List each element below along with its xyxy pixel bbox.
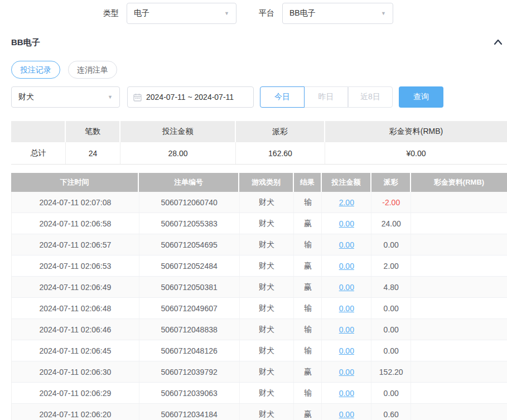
chevron-up-icon[interactable] xyxy=(493,37,503,47)
last-8-days-button[interactable]: 近8日 xyxy=(348,86,393,108)
bet-amount-link[interactable]: 0.00 xyxy=(339,219,354,228)
cell-bet-amount: 0.00 xyxy=(322,361,371,382)
cell-bet-time: 2024-07-11 02:06:46 xyxy=(12,319,139,340)
tab-bet-records[interactable]: 投注记录 xyxy=(11,61,60,79)
cell-result: 输 xyxy=(294,192,322,213)
bet-amount-link[interactable]: 0.00 xyxy=(339,325,354,334)
cell-bonus xyxy=(411,255,507,276)
cell-bet-time: 2024-07-11 02:06:48 xyxy=(12,298,139,318)
cell-payout: 4.80 xyxy=(371,277,411,297)
cell-game-category: 财犬 xyxy=(240,340,294,361)
yesterday-button[interactable]: 昨日 xyxy=(305,86,348,108)
cell-result: 输 xyxy=(294,234,322,255)
cell-result: 输 xyxy=(294,383,322,403)
cell-bet-amount: 0.00 xyxy=(322,213,371,234)
cell-result: 输 xyxy=(294,319,322,340)
cell-game-category: 财犬 xyxy=(240,213,294,234)
cell-bonus xyxy=(411,234,507,255)
header-bet-amount: 投注金额 xyxy=(322,173,371,192)
cell-bet-time: 2024-07-11 02:07:08 xyxy=(12,192,139,213)
cell-result: 输 xyxy=(294,298,322,318)
cell-result: 赢 xyxy=(294,361,322,382)
top-filter-bar: 类型 电子 ▼ 平台 BB电子 ▼ xyxy=(0,3,393,24)
summary-header-count: 笔数 xyxy=(66,121,120,142)
platform-select[interactable]: BB电子 ▼ xyxy=(282,3,393,24)
bet-amount-link[interactable]: 0.00 xyxy=(339,240,354,249)
bet-amount-link[interactable]: 0.00 xyxy=(339,304,354,313)
cell-bonus xyxy=(411,213,507,234)
cell-payout: 0.00 xyxy=(371,234,411,255)
header-game-category: 游戏类别 xyxy=(239,173,294,192)
cell-game-category: 财犬 xyxy=(240,234,294,255)
table-row: 2024-07-11 02:06:585060712055383财犬赢0.002… xyxy=(11,213,507,234)
tab-cancelled-orders[interactable]: 连消注单 xyxy=(68,61,117,79)
bet-amount-link[interactable]: 0.00 xyxy=(339,262,354,271)
bet-amount-link[interactable]: 0.00 xyxy=(339,283,354,292)
cell-order-number: 5060712034184 xyxy=(139,404,240,420)
chevron-down-icon: ▼ xyxy=(108,95,113,100)
cell-bet-amount: 0.00 xyxy=(322,277,371,297)
cell-bet-time: 2024-07-11 02:06:58 xyxy=(12,213,139,234)
cell-bet-time: 2024-07-11 02:06:53 xyxy=(12,255,139,276)
cell-order-number: 5060712048126 xyxy=(139,340,240,361)
summary-header-bet-amount: 投注金额 xyxy=(120,121,236,142)
table-row: 2024-07-11 02:06:575060712054695财犬输0.000… xyxy=(11,234,507,255)
header-bonus: 彩金资料(RMB) xyxy=(411,173,507,192)
type-select-value: 电子 xyxy=(134,8,149,18)
today-button[interactable]: 今日 xyxy=(260,86,305,108)
bet-amount-link[interactable]: 2.00 xyxy=(339,198,354,207)
cell-bet-time: 2024-07-11 02:06:49 xyxy=(12,277,139,297)
header-payout: 派彩 xyxy=(371,173,411,192)
bet-amount-link[interactable]: 0.00 xyxy=(339,410,354,419)
cell-bonus xyxy=(411,383,507,403)
summary-count-value: 24 xyxy=(66,142,120,164)
cell-order-number: 5060712054695 xyxy=(139,234,240,255)
summary-bonus-value: ¥0.00 xyxy=(325,142,507,164)
cell-payout: 24.00 xyxy=(371,213,411,234)
cell-payout: 0.60 xyxy=(371,404,411,420)
type-select[interactable]: 电子 ▼ xyxy=(127,3,236,24)
summary-total-row: 总计 24 28.00 162.60 ¥0.00 xyxy=(11,142,507,165)
query-toolbar: 财犬 ▼ 2024-07-11 ~ 2024-07-11 今日 昨日 近8日 查… xyxy=(11,86,443,108)
cell-payout: 2.00 xyxy=(371,255,411,276)
cell-order-number: 5060712060740 xyxy=(139,192,240,213)
cell-bet-amount: 0.00 xyxy=(322,383,371,403)
date-range-input[interactable]: 2024-07-11 ~ 2024-07-11 xyxy=(127,86,254,108)
cell-bonus xyxy=(411,361,507,382)
cell-bonus xyxy=(411,340,507,361)
cell-game-category: 财犬 xyxy=(240,298,294,318)
cell-bet-amount: 0.00 xyxy=(322,234,371,255)
cell-result: 赢 xyxy=(294,404,322,420)
cell-bet-time: 2024-07-11 02:06:30 xyxy=(12,361,139,382)
cell-payout: 0.00 xyxy=(371,319,411,340)
summary-header-payout: 派彩 xyxy=(236,121,325,142)
cell-payout: 0.00 xyxy=(371,340,411,361)
search-button[interactable]: 查询 xyxy=(399,86,443,108)
summary-header-bonus: 彩金资料(RMB) xyxy=(325,121,507,142)
bet-records-table: 下注时间 注单编号 游戏类别 结果 投注金额 派彩 彩金资料(RMB) 2024… xyxy=(11,173,507,420)
bet-amount-link[interactable]: 0.00 xyxy=(339,368,354,376)
game-select[interactable]: 财犬 ▼ xyxy=(11,86,120,108)
platform-select-value: BB电子 xyxy=(289,8,316,18)
cell-order-number: 5060712055383 xyxy=(139,213,240,234)
cell-game-category: 财犬 xyxy=(240,319,294,340)
table-row: 2024-07-11 02:06:455060712048126财犬输0.000… xyxy=(11,340,507,361)
bet-amount-link[interactable]: 0.00 xyxy=(339,346,354,355)
cell-bet-time: 2024-07-11 02:06:20 xyxy=(12,404,139,420)
cell-bet-time: 2024-07-11 02:06:45 xyxy=(12,340,139,361)
type-label: 类型 xyxy=(103,8,119,18)
date-range-value: 2024-07-11 ~ 2024-07-11 xyxy=(146,93,234,102)
table-row: 2024-07-11 02:06:295060712039063财犬输0.000… xyxy=(11,383,507,404)
cell-bet-amount: 0.00 xyxy=(322,255,371,276)
summary-payout-value: 162.60 xyxy=(236,142,325,164)
bet-amount-link[interactable]: 0.00 xyxy=(339,389,354,398)
cell-bonus xyxy=(411,298,507,318)
platform-label: 平台 xyxy=(259,8,274,18)
summary-header-row: 笔数 投注金额 派彩 彩金资料(RMB) xyxy=(11,121,507,142)
cell-game-category: 财犬 xyxy=(240,383,294,403)
table-row: 2024-07-11 02:06:465060712048838财犬输0.000… xyxy=(11,319,507,340)
cell-bet-time: 2024-07-11 02:06:57 xyxy=(12,234,139,255)
cell-bonus xyxy=(411,319,507,340)
cell-order-number: 5060712049607 xyxy=(139,298,240,318)
cell-bet-amount: 0.00 xyxy=(322,404,371,420)
